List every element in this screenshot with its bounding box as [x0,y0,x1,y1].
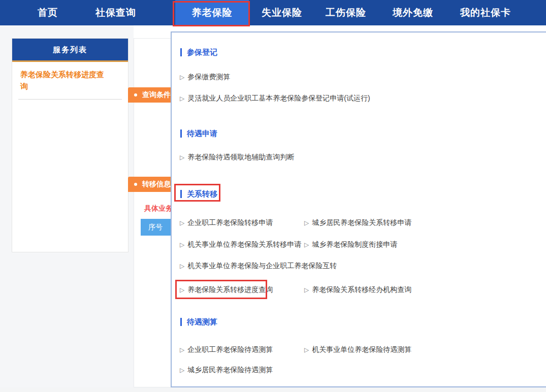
triangle-bullet-icon: ▷ [180,346,184,353]
triangle-bullet-icon: ▷ [304,241,309,248]
menu-item-public-institution-transfer-application[interactable]: ▷ 机关事业单位养老保险关系转移申请 [180,240,301,250]
section-bar-icon [180,190,182,198]
triangle-bullet-icon: ▷ [180,367,184,374]
menu-item-label: 养老保险关系转移经办机构查询 [312,285,411,295]
pension-dropdown-menu: 参保登记 ▷ 参保缴费测算 ▷ 灵活就业人员企业职工基本养老保险参保登记申请(试… [171,31,546,387]
section-bar-icon [180,48,182,56]
triangle-bullet-icon: ▷ [304,346,309,353]
triangle-bullet-icon: ▷ [180,154,184,161]
nav-item-work-injury[interactable]: 工伤保险 [326,0,366,25]
menu-item-label: 养老保险待遇领取地辅助查询判断 [187,153,294,162]
section-benefit-application-title: 待遇申请 [187,129,217,139]
menu-item-public-institution-benefit-calculation[interactable]: ▷ 机关事业单位养老保险待遇测算 [304,345,411,355]
nav-item-overseas-exemption[interactable]: 境外免缴 [393,0,433,25]
menu-item-transfer-agency-query[interactable]: ▷ 养老保险关系转移经办机构查询 [304,285,411,295]
menu-item-label: 机关事业单位养老保险待遇测算 [312,345,411,354]
nav-item-unemployment[interactable]: 失业保险 [262,0,302,25]
sidebar-item-transfer-progress-query[interactable]: 养老保险关系转移进度查询 [12,62,128,98]
section-bar-icon [180,129,182,138]
menu-item-institution-enterprise-mutual-transfer[interactable]: ▷ 机关事业单位养老保险与企业职工养老保险互转 [180,261,337,271]
section-bar-icon [180,318,182,326]
section-relationship-transfer: 关系转移 [180,189,217,199]
top-navbar: 首页 社保查询 养老保险 失业保险 工伤保险 境外免缴 我的社保卡 [0,0,546,25]
menu-item-urban-rural-resident-benefit-calculation[interactable]: ▷ 城乡居民养老保险待遇测算 [180,365,273,375]
triangle-bullet-icon: ▷ [304,219,309,226]
menu-item-urban-rural-system-link-application[interactable]: ▷ 城乡养老保险制度衔接申请 [304,240,397,250]
menu-item-label: 企业职工养老保险待遇测算 [187,345,273,354]
section-relationship-transfer-title: 关系转移 [187,189,217,199]
nav-item-my-social-card[interactable]: 我的社保卡 [460,0,511,25]
menu-item-enterprise-employee-benefit-calculation[interactable]: ▷ 企业职工养老保险待遇测算 [180,345,273,355]
menu-item-label: 企业职工养老保险转移申请 [187,218,273,227]
bottom-strip [0,387,546,392]
triangle-bullet-icon: ▷ [180,263,184,270]
nav-item-social-query[interactable]: 社保查询 [95,0,136,25]
section-registration: 参保登记 [180,47,217,57]
transfer-info-badge-label: 转移信息 [142,180,171,189]
triangle-bullet-icon: ▷ [180,95,184,102]
service-list-panel: 服务列表 养老保险关系转移进度查询 [12,38,129,252]
menu-item-label: 参保缴费测算 [187,73,230,82]
triangle-bullet-icon: ▷ [180,241,184,248]
service-list-title: 服务列表 [12,39,128,62]
menu-item-label: 机关事业单位养老保险关系转移申请 [187,240,301,249]
menu-item-enterprise-employee-transfer-application[interactable]: ▷ 企业职工养老保险转移申请 [180,218,273,228]
badge-dot-icon [134,93,137,96]
query-conditions-badge: 查询条件 [128,87,177,103]
menu-item-label: 城乡居民养老保险待遇测算 [187,366,273,375]
triangle-bullet-icon: ▷ [180,74,184,81]
section-benefit-calculation: 待遇测算 [180,317,217,327]
menu-item-label: 灵活就业人员企业职工基本养老保险参保登记申请(试运行) [187,94,370,103]
section-benefit-calculation-title: 待遇测算 [187,317,217,327]
menu-item-label: 机关事业单位养老保险与企业职工养老保险互转 [187,262,337,271]
menu-item-contribution-calculation[interactable]: ▷ 参保缴费测算 [180,72,230,82]
section-registration-title: 参保登记 [187,48,217,57]
specific-business-label: 具体业务 [144,204,173,213]
triangle-bullet-icon: ▷ [304,286,309,293]
triangle-bullet-icon: ▷ [180,286,184,293]
nav-item-home[interactable]: 首页 [38,0,58,25]
sidebar-divider [18,99,122,100]
transfer-info-badge: 转移信息 [128,177,177,192]
left-column: 服务列表 养老保险关系转移进度查询 [0,25,134,387]
query-conditions-badge-label: 查询条件 [142,90,171,100]
menu-item-flexible-employment-registration[interactable]: ▷ 灵活就业人员企业职工基本养老保险参保登记申请(试运行) [180,93,370,104]
badge-dot-icon [134,183,137,186]
menu-item-transfer-progress-query[interactable]: ▷ 养老保险关系转移进度查询 [180,285,273,295]
section-benefit-application: 待遇申请 [180,128,217,139]
menu-item-label: 城乡居民养老保险关系转移申请 [312,218,411,227]
menu-item-label: 养老保险关系转移进度查询 [187,285,273,295]
menu-item-benefit-location-query[interactable]: ▷ 养老保险待遇领取地辅助查询判断 [180,152,294,162]
nav-item-pension-insurance[interactable]: 养老保险 [175,0,249,25]
triangle-bullet-icon: ▷ [180,219,184,226]
menu-item-urban-rural-resident-transfer-application[interactable]: ▷ 城乡居民养老保险关系转移申请 [304,218,411,228]
menu-item-label: 城乡养老保险制度衔接申请 [312,240,397,249]
